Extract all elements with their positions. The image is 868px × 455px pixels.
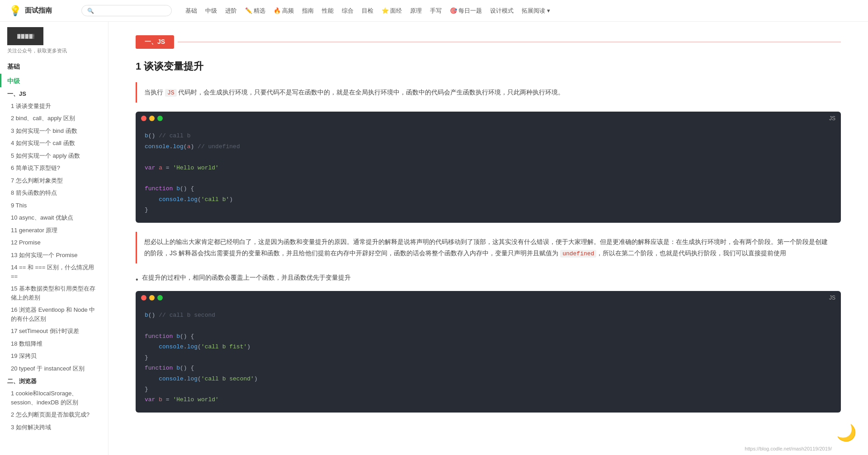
nav-link-principle[interactable]: 原理 (410, 7, 422, 15)
code-lang-1: JS (829, 115, 835, 122)
sidebar-item-12[interactable]: 12 Promise (0, 236, 108, 249)
code-line: console.log(a) // undefined (145, 141, 832, 152)
section-tag: 一、JS (136, 35, 174, 49)
code-line: var b = 'Hello world' (145, 394, 832, 405)
sidebar-item-20[interactable]: 20 typeof 于 instanceof 区别 (0, 362, 108, 375)
dot-yellow-1 (149, 116, 155, 121)
logo-title: 面试指南 (25, 6, 52, 15)
code-block-1-header: JS (136, 112, 841, 125)
sidebar-item-b2[interactable]: 2 怎么判断页面是否加载完成? (0, 408, 108, 421)
footer-url: https://blog.codle.net/mash20119/2019/ (745, 446, 832, 451)
code-line: var a = 'Hello world' (145, 163, 832, 173)
qrcode-image: ▓▒▓▒▓▒▓▒ (7, 27, 43, 45)
sidebar-category-intermediate[interactable]: 中级 (0, 74, 108, 87)
sidebar-item-b3[interactable]: 3 如何解决跨域 (0, 421, 108, 434)
code-line: console.log('call b second') (145, 374, 832, 384)
code-block-1: JS b() // call b console.log(a) // undef… (136, 112, 841, 222)
nav-link-intermediate[interactable]: 中级 (205, 7, 217, 15)
fire-icon: 🔥 (274, 7, 281, 14)
sidebar-item-19[interactable]: 19 深拷贝 (0, 350, 108, 362)
code-line: console.log('call b fist') (145, 342, 832, 352)
bullet-dot-1: • (136, 273, 138, 286)
article-title: 1 谈谈变量提升 (136, 60, 841, 73)
nav-link-selected[interactable]: ✏️精选 (245, 7, 265, 15)
sidebar-item-8[interactable]: 8 箭头函数的特点 (0, 187, 108, 199)
star-icon: ⭐ (382, 7, 389, 14)
sidebar-item-10[interactable]: 10 async、await 优缺点 (0, 211, 108, 224)
nav-link-expand[interactable]: 拓展阅读 ▾ (522, 7, 550, 15)
code-line: } (145, 205, 832, 215)
logo-area: 💡 面试指南 (9, 5, 63, 17)
nav-link-basic[interactable]: 基础 (185, 7, 197, 15)
nav-link-handwrite[interactable]: 手写 (430, 7, 442, 15)
nav-link-performance[interactable]: 性能 (322, 7, 334, 15)
section-header: 一、JS (136, 35, 841, 49)
dot-red-1 (141, 116, 146, 121)
code-line: function b() { (145, 363, 832, 373)
code-content-2: b() // call b second function b() { cons… (136, 305, 841, 413)
bullet-text-1: 在提升的过程中，相同的函数会覆盖上一个函数，并且函数优先于变量提升 (142, 272, 351, 283)
search-input[interactable] (97, 7, 166, 14)
code-line: console.log('call b') (145, 194, 832, 205)
nav-link-advanced[interactable]: 进阶 (225, 7, 237, 15)
sidebar-item-15[interactable]: 15 基本数据类型和引用类型在存储上的差别 (0, 282, 108, 304)
sidebar-item-5[interactable]: 5 如何实现一个 apply 函数 (0, 150, 108, 162)
code-lang-2: JS (829, 295, 835, 301)
logo-icon: 💡 (9, 5, 21, 17)
section-line (178, 42, 841, 42)
nav-link-guide[interactable]: 指南 (302, 7, 314, 15)
sidebar-item-6[interactable]: 6 简单说下原型链? (0, 162, 108, 174)
main-layout: ▓▒▓▒▓▒▓▒ 关注公众号，获取更多资讯 基础 中级 一、JS 1 谈谈变量提… (0, 22, 868, 455)
corner-moon[interactable]: 🌙 (836, 423, 859, 446)
sidebar-item-7[interactable]: 7 怎么判断对象类型 (0, 174, 108, 187)
sidebar-item-9[interactable]: 9 This (0, 199, 108, 212)
code-line: function b() { (145, 331, 832, 342)
code-line: b() // call b (145, 131, 832, 141)
nav-link-interview[interactable]: ⭐面经 (382, 7, 402, 15)
sidebar-item-17[interactable]: 17 setTimeout 倒计时误差 (0, 325, 108, 338)
content-area: 一、JS 1 谈谈变量提升 当执行 JS 代码时，会生成执行环境，只要代码不是写… (108, 22, 868, 455)
qrcode-text: 关注公众号，获取更多资讯 (7, 47, 101, 55)
sidebar-item-4[interactable]: 4 如何实现一个 call 函数 (0, 137, 108, 150)
code-line (145, 152, 832, 162)
sidebar-item-1[interactable]: 1 谈谈变量提升 (0, 100, 108, 113)
inline-code-undefined: undefined (560, 250, 596, 258)
nav-links: 基础 中级 进阶 ✏️精选 🔥高频 指南 性能 综合 目检 ⭐面经 原理 手写 … (185, 7, 859, 15)
code-line: } (145, 352, 832, 363)
search-icon: 🔍 (87, 8, 94, 14)
pencil-icon: ✏️ (245, 7, 252, 14)
top-nav: 💡 面试指南 🔍 基础 中级 进阶 ✏️精选 🔥高频 指南 性能 综合 目检 ⭐… (0, 0, 868, 22)
nav-link-inspect[interactable]: 目检 (362, 7, 373, 15)
sidebar-qrcode: ▓▒▓▒▓▒▓▒ 关注公众号，获取更多资讯 (0, 22, 108, 58)
dot-yellow-2 (149, 295, 155, 300)
code-dots-2 (141, 295, 163, 300)
bullet-item-1: • 在提升的过程中，相同的函数会覆盖上一个函数，并且函数优先于变量提升 (136, 272, 841, 286)
sidebar-item-18[interactable]: 18 数组降维 (0, 338, 108, 350)
sidebar-item-11[interactable]: 11 generator 原理 (0, 224, 108, 237)
sidebar-item-14[interactable]: 14 == 和 === 区别，什么情况用 == (0, 261, 108, 282)
code-dots-1 (141, 116, 163, 121)
sidebar-item-2[interactable]: 2 bind、call、apply 区别 (0, 112, 108, 125)
dot-red-2 (141, 295, 146, 300)
nav-link-hot[interactable]: 🔥高频 (274, 7, 294, 15)
code-line (145, 173, 832, 183)
sidebar-subcat-js[interactable]: 一、JS (0, 87, 108, 100)
sidebar-item-3[interactable]: 3 如何实现一个 bind 函数 (0, 125, 108, 137)
inline-code-js: JS (165, 89, 177, 97)
sidebar-subcat-browser[interactable]: 二、浏览器 (0, 375, 108, 387)
code-block-2: JS b() // call b second function b() { c… (136, 291, 841, 413)
sidebar-section-basic[interactable]: 基础 (0, 58, 108, 74)
search-box[interactable]: 🔍 (81, 5, 172, 16)
sidebar-item-13[interactable]: 13 如何实现一个 Promise (0, 249, 108, 262)
sidebar-item-16[interactable]: 16 浏览器 Eventloop 和 Node 中的有什么区别 (0, 304, 108, 325)
code-line: } (145, 384, 832, 394)
code-block-2-header: JS (136, 291, 841, 305)
sidebar-item-b1[interactable]: 1 cookie和localSrorage、session、indexDB 的区… (0, 387, 108, 408)
nav-link-daily[interactable]: 🎯每日一题 (450, 7, 482, 15)
dot-green-1 (157, 116, 163, 121)
code-content-1: b() // call b console.log(a) // undefine… (136, 125, 841, 222)
nav-link-design[interactable]: 设计模式 (490, 7, 514, 15)
sidebar: ▓▒▓▒▓▒▓▒ 关注公众号，获取更多资讯 基础 中级 一、JS 1 谈谈变量提… (0, 22, 108, 455)
code-line: b() // call b second (145, 310, 832, 320)
nav-link-composite[interactable]: 综合 (342, 7, 354, 15)
